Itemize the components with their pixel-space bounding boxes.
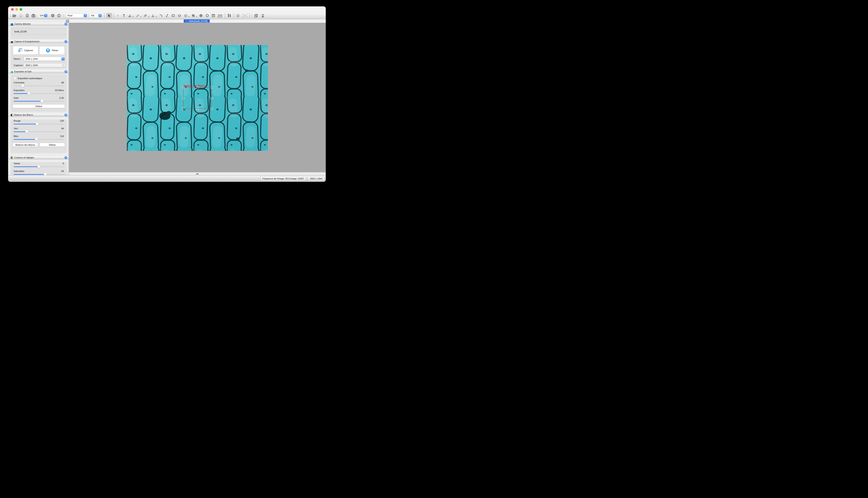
- toolbar-divider: [233, 13, 234, 18]
- wb-default-button[interactable]: Défaut: [40, 143, 65, 147]
- red-label: Rouge: [14, 119, 21, 122]
- close-tab-icon[interactable]: ×: [186, 20, 187, 23]
- panel-header-camera[interactable]: Caméra détectée: [9, 22, 68, 26]
- direct-resolution-select[interactable]: 2592 x 1944: [24, 57, 65, 61]
- concentric-circles-tool-button[interactable]: [199, 13, 203, 18]
- line-icon: [136, 14, 139, 17]
- parallel-lines-tool-button[interactable]: [143, 13, 148, 18]
- point-tool-button[interactable]: [116, 13, 120, 18]
- chevron-down-icon[interactable]: [188, 14, 190, 17]
- minimize-window-button[interactable]: [15, 8, 18, 11]
- zoom-window-button[interactable]: [20, 8, 22, 11]
- default-button-label: Défaut: [36, 105, 42, 107]
- pointer-tool-button[interactable]: [106, 13, 112, 18]
- panel-header-exposure[interactable]: Exposition et Gain: [9, 70, 68, 74]
- auto-exposure-checkbox[interactable]: [14, 77, 16, 80]
- collapse-sidebar-button[interactable]: «: [66, 19, 69, 23]
- collapse-panel-button[interactable]: [64, 114, 67, 116]
- sidebar: Caméra détectée Swift_EC5R Capture et En…: [9, 19, 69, 175]
- text-tool-button[interactable]: [211, 13, 216, 18]
- arc-icon: [159, 14, 163, 17]
- rectangle-icon: [171, 14, 175, 17]
- scale-bar-tool-button[interactable]: 10um: [217, 13, 223, 18]
- collapse-panel-button[interactable]: [64, 70, 67, 73]
- collapse-panel-button[interactable]: [64, 23, 67, 25]
- ellipse-tool-button[interactable]: [177, 13, 182, 18]
- collapse-panel-button[interactable]: [64, 40, 67, 43]
- toolbar-grip-icon: [252, 14, 252, 17]
- expand-bottom-panel[interactable]: [69, 172, 326, 175]
- correction-slider[interactable]: [14, 84, 64, 87]
- zoom-value: 33%: [39, 14, 44, 17]
- exposure-default-button[interactable]: Défaut: [13, 105, 65, 108]
- csv-text: CSV: [243, 15, 246, 16]
- tab-bar: × Vidéo[Swift_EC5R]: [69, 19, 326, 23]
- duplicate-icon: [254, 14, 258, 17]
- arrow-tool-button[interactable]: [122, 13, 126, 18]
- red-slider[interactable]: [14, 122, 64, 126]
- camera-list-item[interactable]: Swift_EC5R: [11, 29, 67, 34]
- roi-handle[interactable]: [196, 86, 199, 89]
- roi-handle[interactable]: [196, 107, 199, 110]
- gain-slider[interactable]: [14, 100, 64, 103]
- titlebar[interactable]: [8, 6, 326, 12]
- panel-header-capture[interactable]: Capture et Enregistrement: [9, 40, 68, 43]
- layers-button[interactable]: [235, 13, 240, 18]
- zoom-select[interactable]: 33%: [38, 14, 48, 17]
- panel-header-whitebalance[interactable]: Balance des Blancs: [9, 113, 68, 117]
- panel-header-colors[interactable]: Couleurs et réglages: [9, 156, 68, 159]
- hue-slider[interactable]: [14, 165, 64, 168]
- default-button-label: Défaut: [49, 144, 55, 146]
- open-folder-button[interactable]: [12, 13, 17, 18]
- export-button[interactable]: [260, 13, 265, 18]
- measure-tool-button[interactable]: [227, 13, 231, 18]
- roi-handle[interactable]: [182, 86, 184, 89]
- linked-circles-tool-button[interactable]: [191, 13, 196, 18]
- arc-tool-button[interactable]: [158, 13, 163, 18]
- camera-flash-button[interactable]: [25, 13, 29, 18]
- line-tool-button[interactable]: [135, 13, 140, 18]
- roi-handle[interactable]: [182, 107, 184, 110]
- close-window-button[interactable]: [11, 8, 14, 11]
- double-chevron-up-icon: [65, 23, 67, 25]
- caliper-icon: [227, 14, 231, 17]
- white-balance-button[interactable]: Balance des Blancs: [13, 143, 38, 147]
- collapse-panel-button[interactable]: [64, 156, 67, 159]
- double-chevron-up-icon: [65, 41, 67, 42]
- timed-capture-button[interactable]: [31, 13, 36, 18]
- chevron-down-icon[interactable]: [155, 14, 157, 17]
- csv-export-button[interactable]: CSV: [242, 13, 247, 18]
- circle-tool-button[interactable]: [183, 13, 188, 18]
- angle-tool-button[interactable]: [128, 13, 132, 18]
- white-balance-roi[interactable]: Balance des Blancs: [183, 88, 212, 109]
- na-select[interactable]: NA: [90, 14, 102, 17]
- record-button[interactable]: Filmer: [39, 46, 65, 55]
- unit-select[interactable]: Pixel: [66, 14, 87, 17]
- capture-button[interactable]: Capturer: [13, 46, 38, 55]
- video-tab[interactable]: × Vidéo[Swift_EC5R]: [184, 19, 210, 23]
- info-button[interactable]: [56, 13, 61, 18]
- roi-handle[interactable]: [182, 97, 184, 100]
- perpendicular-tool-button[interactable]: [151, 13, 155, 18]
- blue-slider[interactable]: [14, 138, 64, 141]
- roi-handle[interactable]: [210, 97, 213, 100]
- settings-button[interactable]: [50, 13, 55, 18]
- polygon-tool-button[interactable]: [205, 13, 209, 18]
- exposure-value: 33.09ms: [55, 89, 64, 92]
- auto-exposure-label: Exposition automatique: [18, 77, 42, 80]
- exposure-slider[interactable]: [14, 92, 64, 95]
- capture-resolution-select[interactable]: 2592 x 1944: [24, 63, 65, 67]
- chevron-down-icon[interactable]: [132, 14, 134, 17]
- toolbar-divider: [250, 13, 250, 18]
- duplicate-button[interactable]: [254, 13, 258, 18]
- green-slider[interactable]: [14, 130, 64, 133]
- roi-handle[interactable]: [210, 86, 213, 89]
- chevron-down-icon[interactable]: [196, 14, 197, 17]
- curve-tool-button[interactable]: [165, 13, 169, 18]
- rectangle-tool-button[interactable]: [171, 13, 176, 18]
- camera-device-button[interactable]: [18, 13, 23, 18]
- live-video-viewport[interactable]: Balance des Blancs: [127, 45, 268, 151]
- roi-handle[interactable]: [210, 107, 213, 110]
- chevron-down-icon[interactable]: [140, 14, 142, 17]
- chevron-down-icon[interactable]: [148, 14, 149, 17]
